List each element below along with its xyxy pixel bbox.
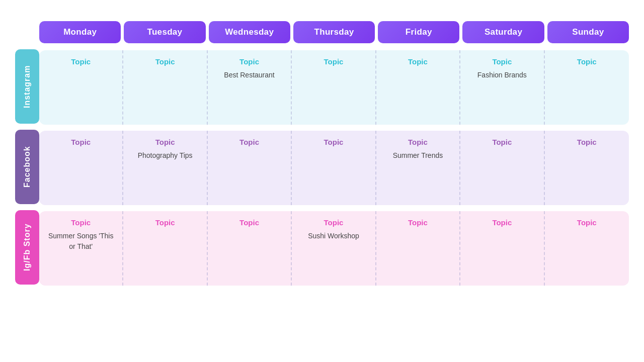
day-header-tuesday: Tuesday xyxy=(124,21,205,43)
row-label-instagram: Instagram xyxy=(15,49,39,124)
cell-content-facebook-1: Photography Tips xyxy=(138,150,193,161)
cell-topic-facebook-6: Topic xyxy=(577,138,597,146)
cell-instagram-thursday[interactable]: Topic xyxy=(292,50,376,125)
header-row: MondayTuesdayWednesdayThursdayFridaySatu… xyxy=(39,21,629,43)
cell-topic-facebook-0: Topic xyxy=(71,138,91,146)
cell-topic-igfb-5: Topic xyxy=(492,218,512,227)
cell-topic-instagram-3: Topic xyxy=(324,57,344,66)
cell-facebook-thursday[interactable]: Topic xyxy=(292,131,376,205)
cell-topic-facebook-3: Topic xyxy=(324,138,344,146)
cell-topic-igfb-0: Topic xyxy=(71,218,91,227)
cell-instagram-monday[interactable]: Topic xyxy=(39,50,123,125)
cell-instagram-tuesday[interactable]: Topic xyxy=(123,50,207,125)
cell-topic-instagram-1: Topic xyxy=(155,57,175,66)
cell-content-instagram-2: Best Restaurant xyxy=(224,70,274,80)
cell-topic-instagram-6: Topic xyxy=(577,57,597,66)
calendar-wrapper: Instagram Facebook Ig/Fb Story MondayTue… xyxy=(15,21,629,286)
cell-topic-igfb-4: Topic xyxy=(408,218,428,227)
cell-content-igfb-3: Sushi Workshop xyxy=(308,231,359,241)
cell-facebook-wednesday[interactable]: Topic xyxy=(208,131,292,205)
cell-igfb-friday[interactable]: Topic xyxy=(376,211,460,286)
cell-topic-igfb-3: Topic xyxy=(324,218,344,227)
cell-instagram-friday[interactable]: Topic xyxy=(376,50,460,125)
cell-igfb-wednesday[interactable]: Topic xyxy=(208,211,292,286)
cell-igfb-sunday[interactable]: Topic xyxy=(545,211,629,286)
cell-facebook-friday[interactable]: TopicSummer Trends xyxy=(376,131,460,205)
cell-instagram-saturday[interactable]: TopicFashion Brands xyxy=(460,50,544,125)
cell-facebook-monday[interactable]: Topic xyxy=(39,131,123,205)
calendar-grid: MondayTuesdayWednesdayThursdayFridaySatu… xyxy=(39,21,629,286)
row-label-igfb: Ig/Fb Story xyxy=(15,210,39,285)
day-header-sunday: Sunday xyxy=(547,21,629,43)
cell-topic-igfb-1: Topic xyxy=(155,218,175,227)
cell-topic-instagram-2: Topic xyxy=(239,57,259,66)
cell-facebook-sunday[interactable]: Topic xyxy=(545,131,629,205)
day-header-thursday: Thursday xyxy=(293,21,375,43)
cell-igfb-monday[interactable]: TopicSummer Songs 'This or That' xyxy=(39,211,123,286)
day-header-saturday: Saturday xyxy=(462,21,544,43)
cell-content-igfb-0: Summer Songs 'This or That' xyxy=(44,231,117,252)
cell-content-facebook-4: Summer Trends xyxy=(393,150,443,161)
cell-topic-facebook-5: Topic xyxy=(492,138,512,146)
cell-instagram-wednesday[interactable]: TopicBest Restaurant xyxy=(208,50,292,125)
day-header-monday: Monday xyxy=(39,21,121,43)
cell-facebook-saturday[interactable]: Topic xyxy=(460,131,544,205)
igfb-row: TopicSummer Songs 'This or That'TopicTop… xyxy=(39,211,629,286)
cell-topic-facebook-1: Topic xyxy=(155,138,175,146)
row-label-facebook: Facebook xyxy=(15,130,39,204)
cell-igfb-thursday[interactable]: TopicSushi Workshop xyxy=(292,211,376,286)
cell-facebook-tuesday[interactable]: TopicPhotography Tips xyxy=(123,131,207,205)
day-header-friday: Friday xyxy=(378,21,459,43)
row-labels: Instagram Facebook Ig/Fb Story xyxy=(15,49,39,286)
cell-instagram-sunday[interactable]: Topic xyxy=(545,50,629,125)
cell-topic-instagram-0: Topic xyxy=(71,57,91,66)
cell-igfb-tuesday[interactable]: Topic xyxy=(123,211,207,286)
instagram-row: TopicTopicTopicBest RestaurantTopicTopic… xyxy=(39,50,629,125)
day-header-wednesday: Wednesday xyxy=(209,21,290,43)
cell-topic-igfb-6: Topic xyxy=(577,218,597,227)
cell-topic-facebook-2: Topic xyxy=(239,138,259,146)
cell-igfb-saturday[interactable]: Topic xyxy=(460,211,544,286)
cell-content-instagram-5: Fashion Brands xyxy=(477,70,527,80)
cell-topic-instagram-4: Topic xyxy=(408,57,428,66)
cell-topic-igfb-2: Topic xyxy=(239,218,259,227)
cell-topic-facebook-4: Topic xyxy=(408,138,428,146)
cell-topic-instagram-5: Topic xyxy=(492,57,512,66)
facebook-row: TopicTopicPhotography TipsTopicTopicTopi… xyxy=(39,131,629,205)
